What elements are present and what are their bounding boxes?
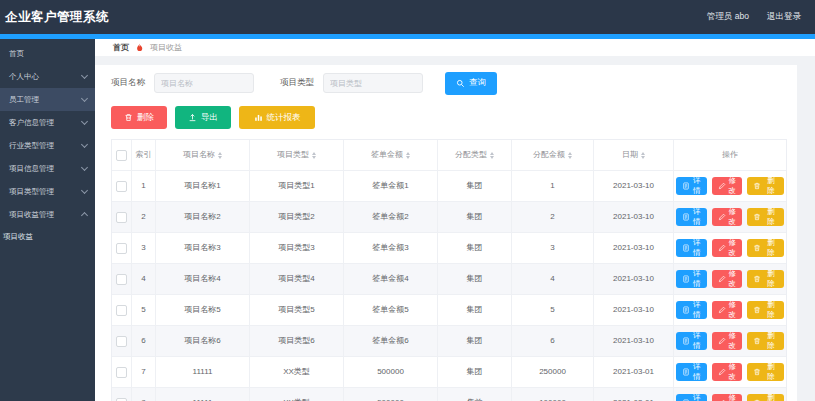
- cell-index: 2: [132, 202, 156, 232]
- action-label: 修改: [729, 176, 737, 196]
- detail-button[interactable]: 详情: [676, 332, 707, 350]
- topbar-right: 管理员 abo 退出登录: [707, 11, 801, 23]
- edit-button[interactable]: 修改: [712, 363, 743, 381]
- detail-button[interactable]: 详情: [676, 208, 707, 226]
- chevron-down-icon: [81, 118, 88, 125]
- detail-button[interactable]: 详情: [676, 394, 707, 401]
- search-button[interactable]: 查询: [445, 72, 497, 95]
- trash-icon: [753, 213, 761, 221]
- sidebar-item-6[interactable]: 项目类型管理: [0, 180, 95, 203]
- cell-sign_amount: 签单金额1: [344, 171, 438, 201]
- column-header-type[interactable]: 项目类型: [250, 140, 344, 170]
- detail-button[interactable]: 详情: [676, 363, 707, 381]
- project-type-input[interactable]: [323, 73, 423, 93]
- column-header-date[interactable]: 日期: [594, 140, 674, 170]
- edit-button[interactable]: 修改: [712, 270, 743, 288]
- edit-button[interactable]: 修改: [712, 177, 743, 195]
- edit-button[interactable]: 修改: [712, 394, 743, 401]
- action-label: 详情: [693, 269, 701, 289]
- sort-icon[interactable]: [568, 152, 572, 159]
- sidebar-item-2[interactable]: 员工管理: [0, 88, 95, 111]
- sidebar-item-label: 项目信息管理: [9, 164, 54, 174]
- report-button[interactable]: 统计报表: [239, 106, 315, 129]
- column-header-alloc_type[interactable]: 分配类型: [438, 140, 512, 170]
- cell-index: 6: [132, 326, 156, 356]
- sidebar-item-label: 员工管理: [9, 95, 39, 105]
- sidebar-item-1[interactable]: 个人中心: [0, 65, 95, 88]
- sidebar-item-4[interactable]: 行业类型管理: [0, 134, 95, 157]
- row-checkbox[interactable]: [116, 274, 127, 285]
- delete-button[interactable]: 删除: [747, 332, 784, 350]
- sidebar-subitem[interactable]: 项目收益: [0, 226, 95, 248]
- trash-icon: [124, 113, 133, 122]
- delete-button[interactable]: 删除: [747, 394, 784, 401]
- detail-button[interactable]: 详情: [676, 239, 707, 257]
- column-header-label: 签单金额: [371, 150, 403, 159]
- cell-index: 1: [132, 171, 156, 201]
- delete-button[interactable]: 删除: [747, 270, 784, 288]
- sort-icon[interactable]: [406, 152, 410, 159]
- edit-button[interactable]: 修改: [712, 208, 743, 226]
- button-label: 统计报表: [267, 112, 301, 124]
- sidebar-item-label: 个人中心: [9, 72, 39, 82]
- column-header-alloc_amount[interactable]: 分配金额: [512, 140, 594, 170]
- column-header-sign_amount[interactable]: 签单金额: [344, 140, 438, 170]
- sidebar-item-5[interactable]: 项目信息管理: [0, 157, 95, 180]
- toolbar-row: 删除导出统计报表: [111, 106, 797, 129]
- sort-icon[interactable]: [490, 152, 494, 159]
- cell-type: 项目类型6: [250, 326, 344, 356]
- chevron-down-icon: [81, 141, 88, 148]
- row-checkbox[interactable]: [116, 398, 127, 401]
- edit-button[interactable]: 修改: [712, 332, 743, 350]
- breadcrumb-home-link[interactable]: 首页: [113, 42, 129, 53]
- sort-icon[interactable]: [312, 152, 316, 159]
- row-checkbox[interactable]: [116, 212, 127, 223]
- breadcrumb-current: 项目收益: [150, 42, 182, 53]
- select-all-checkbox[interactable]: [116, 150, 127, 161]
- cell-date: 2021-03-10: [594, 264, 674, 294]
- detail-button[interactable]: 详情: [676, 177, 707, 195]
- delete-button[interactable]: 删除: [747, 177, 784, 195]
- sort-icon[interactable]: [641, 152, 645, 159]
- cell-name: 项目名称4: [156, 264, 250, 294]
- action-label: 修改: [729, 207, 737, 227]
- row-checkbox[interactable]: [116, 243, 127, 254]
- row-checkbox[interactable]: [116, 367, 127, 378]
- sidebar-item-3[interactable]: 客户信息管理: [0, 111, 95, 134]
- project-name-input[interactable]: [154, 73, 254, 93]
- row-checkbox[interactable]: [116, 305, 127, 316]
- logout-link[interactable]: 退出登录: [767, 11, 801, 23]
- sidebar-item-7[interactable]: 项目收益管理: [0, 203, 95, 226]
- delete-button[interactable]: 删除: [747, 239, 784, 257]
- row-checkbox[interactable]: [116, 336, 127, 347]
- delete-button[interactable]: 删除: [747, 363, 784, 381]
- cell-alloc_type: 集团: [438, 202, 512, 232]
- bulk-delete-button[interactable]: 删除: [111, 106, 167, 129]
- table-row-7: 711111XX类型500000集团2500002021-03-01详情修改删除: [112, 357, 786, 388]
- current-user-label[interactable]: 管理员 abo: [707, 11, 749, 23]
- export-button[interactable]: 导出: [175, 106, 231, 129]
- pencil-icon: [718, 368, 726, 376]
- cell-alloc_amount: 5: [512, 295, 594, 325]
- app-window: 企业客户管理系统 管理员 abo 退出登录 首页个人中心员工管理客户信息管理行业…: [0, 0, 815, 401]
- column-header-name[interactable]: 项目名称: [156, 140, 250, 170]
- sidebar-item-label: 项目收益管理: [9, 210, 54, 220]
- cell-actions: 详情修改删除: [674, 171, 786, 201]
- sidebar-item-0[interactable]: 首页: [0, 42, 95, 65]
- edit-button[interactable]: 修改: [712, 301, 743, 319]
- row-checkbox[interactable]: [116, 181, 127, 192]
- edit-button[interactable]: 修改: [712, 239, 743, 257]
- file-icon: [682, 213, 690, 221]
- pencil-icon: [718, 182, 726, 190]
- delete-button[interactable]: 删除: [747, 301, 784, 319]
- cell-actions: 详情修改删除: [674, 264, 786, 294]
- cell-type: 项目类型4: [250, 264, 344, 294]
- detail-button[interactable]: 详情: [676, 270, 707, 288]
- detail-button[interactable]: 详情: [676, 301, 707, 319]
- cell-type: 项目类型2: [250, 202, 344, 232]
- sort-icon[interactable]: [218, 152, 222, 159]
- delete-button[interactable]: 删除: [747, 208, 784, 226]
- cell-name: 11111: [156, 388, 250, 401]
- cell-date: 2021-03-10: [594, 171, 674, 201]
- cell-alloc_amount: 250000: [512, 357, 594, 387]
